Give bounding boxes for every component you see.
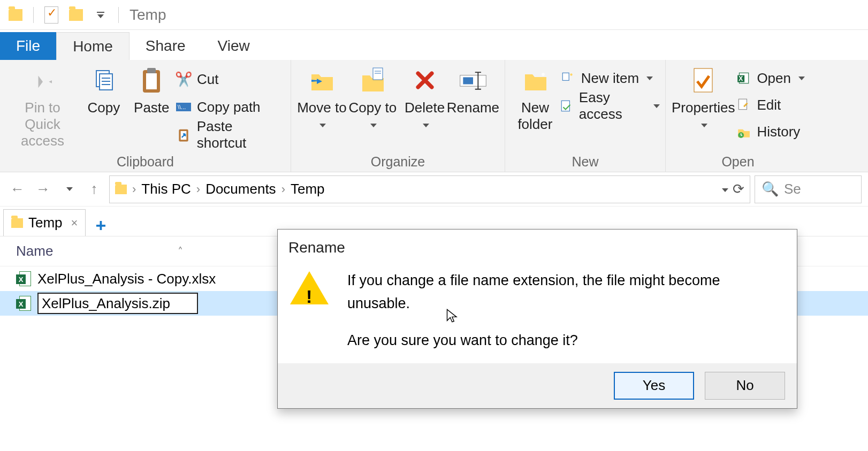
ribbon: Pin to Quick access Copy Paste ✂️Cut \\.… (0, 60, 868, 172)
chevron-right-icon[interactable]: › (196, 182, 200, 196)
rename-input[interactable] (37, 293, 198, 314)
tab-share[interactable]: Share (130, 32, 202, 60)
pin-label: Pin to Quick access (5, 100, 80, 149)
excel-file-icon: X (16, 296, 31, 311)
copy-to-button[interactable]: Copy to (347, 63, 398, 133)
window-title: Temp (130, 6, 166, 24)
svg-point-20 (570, 73, 572, 75)
copy-path-button[interactable]: \\...Copy path (176, 94, 285, 120)
easy-access-button[interactable]: Easy access (560, 93, 660, 119)
move-to-icon (307, 66, 337, 94)
copy-button[interactable]: Copy (80, 63, 127, 116)
group-new-label: New (511, 151, 660, 170)
breadcrumb-temp[interactable]: Temp (291, 181, 325, 197)
move-to-button[interactable]: Move to (296, 63, 347, 133)
rename-label: Rename (447, 100, 499, 116)
history-icon (735, 124, 751, 140)
navigation-bar: ← → ↑ › This PC › Documents › Temp ⟳ 🔍 S… (0, 172, 868, 207)
paste-icon (136, 66, 166, 94)
edit-icon (735, 97, 751, 113)
properties-icon (688, 66, 718, 94)
search-placeholder: Se (784, 181, 801, 197)
search-box[interactable]: 🔍 Se (755, 175, 862, 203)
group-organize: Move to Copy to Delete Rename Organize (291, 60, 505, 172)
back-button[interactable]: ← (6, 179, 28, 200)
breadcrumb-this-pc[interactable]: This PC (141, 181, 191, 197)
svg-rect-7 (147, 68, 156, 73)
chevron-right-icon[interactable]: › (281, 182, 285, 196)
title-bar: Temp (0, 0, 868, 30)
file-name: XelPlus_Analysis - Copy.xlsx (37, 271, 216, 287)
copy-to-icon (357, 66, 387, 94)
open-button[interactable]: XOpen (735, 65, 805, 91)
properties-button[interactable]: Properties (671, 63, 735, 133)
forward-button[interactable]: → (32, 179, 54, 200)
column-name[interactable]: Name (16, 243, 53, 259)
svg-rect-12 (373, 68, 383, 80)
tab-file[interactable]: File (0, 32, 56, 60)
refresh-button[interactable]: ⟳ (733, 181, 744, 197)
dialog-message-line1: If you change a file name extension, the… (347, 269, 784, 315)
dialog-title: Rename (278, 230, 797, 256)
svg-rect-19 (562, 73, 569, 80)
svg-point-18 (542, 73, 545, 76)
qat-properties-icon[interactable] (43, 7, 59, 23)
new-folder-icon (520, 66, 550, 94)
svg-text:\\...: \\... (178, 104, 186, 110)
properties-label: Properties (671, 100, 735, 133)
paste-label: Paste (134, 100, 170, 116)
folder-tab-temp[interactable]: Temp × (3, 209, 86, 236)
ribbon-tabs: File Home Share View (0, 30, 868, 60)
excel-open-icon: X (735, 70, 751, 86)
app-folder-icon (7, 7, 24, 23)
svg-rect-22 (694, 68, 712, 92)
tab-home[interactable]: Home (56, 32, 130, 60)
new-item-button[interactable]: New item (560, 65, 660, 91)
tab-view[interactable]: View (202, 32, 266, 60)
add-tab-button[interactable]: + (86, 215, 116, 236)
qat-customize-dropdown[interactable] (93, 7, 109, 23)
group-clipboard: Pin to Quick access Copy Paste ✂️Cut \\.… (0, 60, 291, 172)
pin-icon (28, 66, 58, 94)
history-button[interactable]: History (735, 119, 805, 144)
yes-button[interactable]: Yes (614, 372, 694, 400)
copy-to-label: Copy to (347, 100, 398, 133)
delete-button[interactable]: Delete (403, 63, 447, 133)
sort-ascending-icon: ˄ (178, 245, 183, 258)
delete-icon (410, 66, 440, 94)
separator (33, 7, 34, 23)
up-button[interactable]: ↑ (83, 179, 105, 200)
cut-icon: ✂️ (176, 71, 192, 87)
rename-dialog: Rename If you change a file name extensi… (277, 229, 797, 409)
new-folder-button[interactable]: New folder (511, 63, 560, 133)
folder-tab-label: Temp (28, 215, 63, 231)
separator (118, 7, 119, 23)
qat-folder-icon[interactable] (68, 7, 84, 23)
folder-icon (115, 185, 127, 194)
chevron-right-icon[interactable]: › (132, 182, 136, 196)
edit-button[interactable]: Edit (735, 92, 805, 118)
copy-label: Copy (88, 100, 120, 116)
copy-icon (89, 66, 119, 94)
cut-button[interactable]: ✂️Cut (176, 66, 285, 92)
paste-shortcut-button[interactable]: Paste shortcut (176, 122, 285, 148)
pin-to-quick-access-button[interactable]: Pin to Quick access (5, 63, 80, 149)
rename-icon (458, 66, 488, 94)
no-button[interactable]: No (705, 372, 785, 400)
search-icon: 🔍 (762, 181, 779, 197)
breadcrumb-documents[interactable]: Documents (205, 181, 276, 197)
close-tab-button[interactable]: × (71, 216, 78, 230)
address-bar[interactable]: › This PC › Documents › Temp ⟳ (109, 175, 750, 203)
new-item-icon (560, 70, 576, 86)
group-organize-label: Organize (296, 151, 499, 170)
group-clipboard-label: Clipboard (5, 151, 285, 170)
copy-path-icon: \\... (176, 99, 192, 115)
excel-file-icon: X (16, 271, 31, 286)
rename-button[interactable]: Rename (447, 63, 499, 116)
recent-dropdown[interactable] (58, 179, 79, 200)
address-dropdown-button[interactable] (720, 181, 728, 197)
paste-button[interactable]: Paste (128, 63, 176, 116)
easy-access-icon (560, 98, 574, 114)
new-folder-label: New folder (511, 100, 560, 133)
svg-rect-6 (146, 73, 157, 89)
